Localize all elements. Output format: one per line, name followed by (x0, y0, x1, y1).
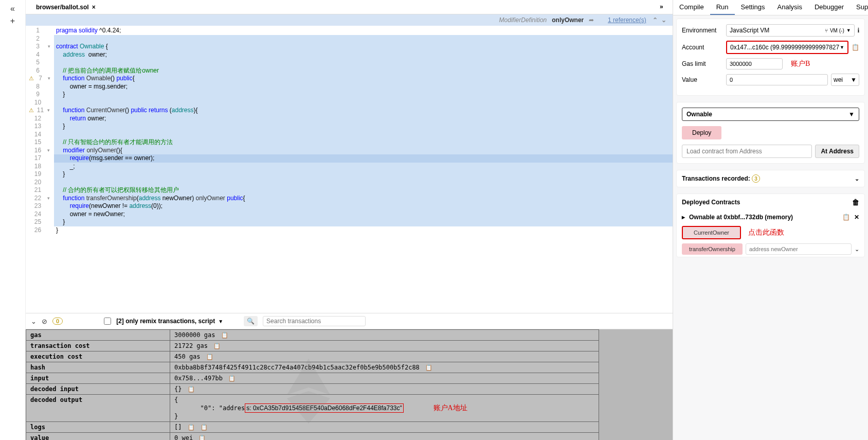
copy-icon[interactable]: 📋 (425, 364, 432, 371)
search-transactions[interactable] (263, 316, 366, 326)
load-address-input[interactable] (682, 145, 812, 158)
copy-icon[interactable]: 📋 (188, 424, 195, 430)
ref-next-icon[interactable]: ⌄ (660, 16, 667, 24)
code-line[interactable]: // 把当前合约的调用者赋值给owner (54, 67, 673, 75)
transfer-ownership-button[interactable]: transferOwnership (682, 243, 743, 255)
code-line[interactable]: // 只有智能合约的所有者才能调用的方法 (54, 138, 673, 147)
copy-icon[interactable]: 📋 (228, 375, 236, 381)
gutter-line: 12 (26, 115, 51, 123)
account-value: 0x147...c160c (99.99999999999997827 (730, 44, 839, 51)
panel-tab-analysis[interactable]: Analysis (771, 0, 808, 15)
copy-account-icon[interactable]: 📋 (852, 44, 859, 51)
expand-args-icon[interactable]: ⌄ (855, 246, 859, 253)
gutter-line: 10 (26, 99, 51, 107)
code-line[interactable]: // 合约的所有者可以把权限转移给其他用户 (54, 186, 673, 195)
code-line[interactable]: contract Ownable { (54, 43, 673, 51)
search-input[interactable] (266, 318, 362, 325)
code-line[interactable]: } (54, 122, 673, 131)
code-line[interactable]: } (54, 91, 673, 99)
left-toolbar: « + (0, 0, 26, 440)
code-line[interactable]: } (54, 226, 673, 235)
panel-collapse-icon[interactable]: « (10, 4, 15, 13)
code-line[interactable]: return owner; (54, 115, 673, 123)
account-a-annotation: 账户A地址 (433, 404, 467, 412)
chevron-down-icon: ▼ (848, 111, 855, 118)
console-clear-icon[interactable]: ⊘ (42, 318, 47, 325)
code-line[interactable]: owner = msg.sender; (54, 83, 673, 91)
copy-icon[interactable]: 📋 (206, 354, 213, 360)
panel-tab-run[interactable]: Run (710, 0, 735, 15)
code-line[interactable]: owner = newOwner; (54, 210, 673, 219)
filter-dropdown[interactable]: [2] only remix transactions, script ▼ (116, 318, 223, 325)
def-type: ModifierDefinition (499, 16, 547, 24)
tx-row: transaction cost21722 gas 📋 (26, 341, 599, 351)
panel-tab-compile[interactable]: Compile (673, 0, 710, 15)
code-line[interactable] (54, 59, 673, 67)
clear-instances-icon[interactable]: 🗑 (852, 198, 859, 206)
expand-instance-icon[interactable]: ▸ (682, 214, 685, 221)
gutter-line: ⚠11▾ (26, 107, 51, 115)
code-line[interactable]: require(newOwner != address(0)); (54, 202, 673, 210)
code-line[interactable]: address owner; (54, 51, 673, 59)
code-line[interactable] (54, 131, 673, 139)
gutter-line: 9 (26, 91, 51, 99)
panel-tab-settings[interactable]: Settings (735, 0, 771, 15)
code-line[interactable] (54, 179, 673, 187)
close-tab-icon[interactable]: × (92, 4, 96, 11)
file-tab-name: browser/ballot.sol (36, 4, 89, 11)
panel-tab-support[interactable]: Support (850, 0, 868, 15)
deploy-button[interactable]: Deploy (682, 126, 721, 139)
contract-select[interactable]: Ownable ▼ (682, 108, 859, 121)
contract-instance-row[interactable]: ▸ Ownable at 0xbbf...732db (memory) 📋 ✕ (677, 210, 864, 224)
copy-icon[interactable]: 📋 (201, 424, 208, 430)
gutter-line: 15 (26, 138, 51, 147)
tx-key: input (26, 373, 170, 384)
value-input[interactable] (726, 74, 828, 85)
copy-icon[interactable]: 📋 (188, 386, 195, 392)
transfer-ownership-input[interactable] (746, 243, 852, 255)
gutter-line: 8 (26, 83, 51, 91)
console-toggle-icon[interactable]: ⌄ (31, 318, 37, 325)
gutter-line: 19 (26, 170, 51, 179)
deployed-contracts-section: Deployed Contracts 🗑 ▸ Ownable at 0xbbf.… (676, 193, 865, 257)
code-editor[interactable]: 123▾456⚠7▾8910⚠11▾1213141516▾17181920212… (26, 26, 673, 313)
search-icon[interactable]: 🔍 (244, 316, 258, 326)
close-instance-icon[interactable]: ✕ (854, 214, 859, 221)
environment-select[interactable]: JavaScript VM ⑂ VM (-) ▼ (726, 24, 855, 37)
console-output[interactable]: gas3000000 gas 📋transaction cost21722 ga… (26, 329, 673, 440)
copy-icon[interactable]: 📋 (213, 343, 221, 349)
code-line[interactable]: } (54, 170, 673, 179)
copy-icon[interactable]: 📋 (221, 332, 228, 338)
at-address-button[interactable]: At Address (815, 145, 859, 158)
code-line[interactable]: function Ownable() public{ (54, 75, 673, 83)
code-line[interactable] (54, 35, 673, 43)
code-line[interactable]: modifier onlyOwner(){ (54, 147, 673, 155)
gas-limit-input[interactable] (726, 58, 783, 69)
info-icon[interactable]: i (858, 27, 859, 34)
code-line[interactable] (54, 99, 673, 107)
value-unit-select[interactable]: wei ▼ (831, 74, 859, 86)
code-line[interactable]: function transferOwnership(address newOw… (54, 195, 673, 203)
code-line[interactable]: _; (54, 163, 673, 171)
code-line[interactable]: function CurrentOwner() public returns (… (54, 107, 673, 115)
gutter-line: 26 (26, 226, 51, 235)
expand-tx-icon[interactable]: ⌄ (855, 175, 859, 182)
panel-collapse-icon[interactable]: » (660, 3, 663, 10)
current-owner-button[interactable]: CurrentOwner (682, 226, 741, 239)
goto-icon[interactable]: ➦ (589, 16, 594, 24)
copy-icon[interactable]: 📋 (198, 435, 206, 440)
code-line[interactable]: require(msg.sender == owner); (54, 154, 673, 163)
ref-prev-icon[interactable]: ⌃ (652, 16, 659, 24)
account-b-annotation: 账户B (791, 59, 810, 68)
panel-tab-debugger[interactable]: Debugger (808, 0, 850, 15)
file-tab[interactable]: browser/ballot.sol × (30, 2, 102, 13)
filter-checkbox[interactable] (104, 318, 111, 325)
account-select[interactable]: 0x147...c160c (99.99999999999997827 ▼ (726, 41, 848, 54)
svg-marker-0 (287, 359, 330, 395)
copy-instance-icon[interactable]: 📋 (842, 214, 850, 221)
code-line[interactable]: pragma solidity ^0.4.24; (54, 27, 673, 35)
references-link[interactable]: 1 reference(s) (608, 16, 646, 24)
add-file-icon[interactable]: + (10, 16, 15, 26)
instance-label: Ownable at 0xbbf...732db (memory) (689, 214, 793, 221)
code-line[interactable]: } (54, 218, 673, 226)
